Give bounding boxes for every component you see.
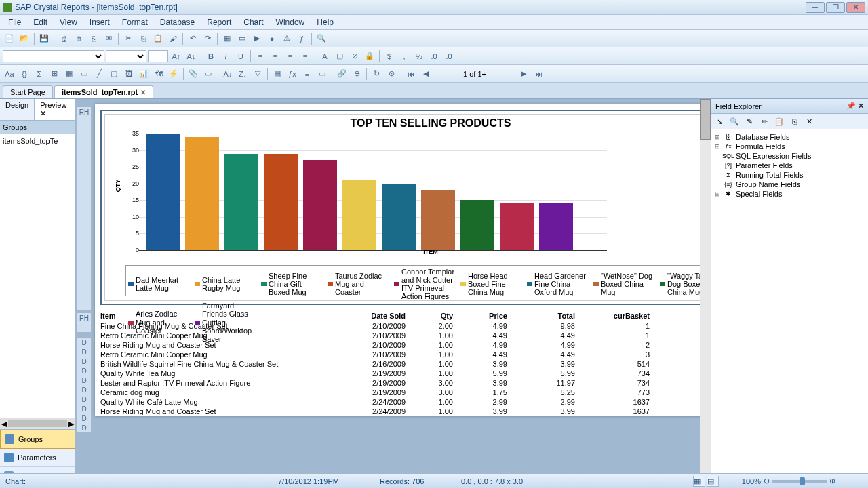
currency-icon[interactable]: $	[382, 49, 396, 63]
underline-icon[interactable]: U	[234, 49, 248, 63]
copy-icon[interactable]: ⎘	[136, 32, 150, 45]
report-canvas[interactable]: RH PH DDDDDDDDDD TOP TEN SELLING PRODUCT…	[76, 99, 711, 485]
olap-grid-icon[interactable]: ▦	[62, 67, 76, 81]
decrease-font-icon[interactable]: A↓	[184, 49, 198, 63]
new-icon[interactable]: 📄	[3, 32, 16, 45]
line-icon[interactable]: ╱	[92, 67, 106, 81]
scroll-left-icon[interactable]: ◀	[1, 420, 7, 428]
font-size-input[interactable]	[148, 50, 168, 62]
menu-file[interactable]: File	[3, 16, 26, 28]
align-center-icon[interactable]: ≡	[269, 49, 282, 63]
view-mode-1-icon[interactable]: ▦	[693, 476, 705, 487]
duplicate-icon[interactable]: ⎘	[787, 115, 801, 127]
refresh-icon[interactable]: ▶	[250, 32, 264, 45]
stop-icon[interactable]: ●	[265, 32, 279, 45]
sort-desc-icon[interactable]: Z↓	[236, 67, 250, 81]
rename-icon[interactable]: 📋	[772, 115, 786, 127]
panel-btn-groups[interactable]: Groups	[0, 430, 75, 449]
percent-icon[interactable]: %	[412, 49, 426, 63]
select-expert-icon[interactable]: ▤	[271, 67, 284, 81]
font-color-icon[interactable]: A	[318, 49, 332, 63]
field-tree-item[interactable]: ⊞ƒxFormula Fields	[714, 142, 865, 151]
formula-icon[interactable]: ƒ	[295, 32, 309, 45]
menu-help[interactable]: Help	[311, 16, 339, 28]
insert-field-icon[interactable]: 📎	[186, 67, 200, 81]
open-icon[interactable]: 📂	[18, 32, 31, 45]
increase-decimals-icon[interactable]: .0	[427, 49, 441, 63]
close-tab-icon[interactable]: ✕	[140, 89, 146, 96]
browse-data-icon[interactable]: 🔍	[728, 115, 741, 127]
thousands-icon[interactable]: ,	[397, 49, 411, 63]
close-panel-icon[interactable]: ✕	[858, 102, 864, 110]
vertical-scrollbar[interactable]	[700, 99, 711, 485]
minimize-button[interactable]: —	[806, 2, 825, 13]
tab-document[interactable]: itemsSold_topTen.rpt✕	[54, 85, 153, 98]
close-button[interactable]: ✕	[846, 2, 865, 13]
field-tree-item[interactable]: ⊞✱Special Fields	[714, 189, 865, 199]
groups-tree[interactable]: itemsSold_topTe	[0, 134, 75, 418]
field-tree-item[interactable]: [?]Parameter Fields	[714, 161, 865, 170]
field-tree-item[interactable]: {≡}Group Name Fields	[714, 180, 865, 189]
field-tree-item[interactable]: ⊞🗄Database Fields	[714, 132, 865, 142]
zoom-slider[interactable]	[772, 480, 827, 483]
menu-view[interactable]: View	[54, 16, 83, 28]
filter-icon[interactable]: ▽	[251, 67, 264, 81]
zoom-out-icon[interactable]: ⊖	[764, 476, 770, 485]
export-icon[interactable]: ⎘	[87, 32, 100, 45]
decrease-decimals-icon[interactable]: .0	[442, 49, 456, 63]
nav-last-icon[interactable]: ⏭	[532, 67, 545, 81]
insert-special-icon[interactable]: ⊕	[350, 67, 363, 81]
nav-first-icon[interactable]: ⏮	[404, 67, 418, 81]
zoom-in-icon[interactable]: ⊕	[829, 476, 835, 485]
cut-icon[interactable]: ✂	[121, 32, 135, 45]
sort-asc-icon[interactable]: A↓	[221, 67, 235, 81]
close-preview-icon[interactable]: ✕	[40, 109, 46, 117]
tab-start-page[interactable]: Start Page	[3, 85, 53, 98]
nav-next-icon[interactable]: ▶	[517, 67, 530, 81]
highlight-icon[interactable]: ≡	[300, 67, 314, 81]
view-mode-2-icon[interactable]: ▤	[707, 476, 719, 487]
stop-load-icon[interactable]: ⊘	[384, 67, 398, 81]
object-selector[interactable]	[3, 50, 104, 62]
pin-icon[interactable]: 📌	[846, 102, 856, 110]
format-painter-icon[interactable]: 🖌	[166, 32, 180, 45]
field-tree[interactable]: ⊞🗄Database Fields⊞ƒxFormula FieldsSQLSQL…	[711, 129, 868, 485]
horizontal-scrollbar[interactable]	[8, 420, 67, 427]
new-field-icon[interactable]: ✎	[743, 115, 756, 127]
box-icon[interactable]: ▢	[107, 67, 121, 81]
increase-font-icon[interactable]: A↑	[170, 49, 183, 63]
field-tree-item[interactable]: ΣRunning Total Fields	[714, 170, 865, 180]
text-object-icon[interactable]: Aa	[3, 67, 16, 81]
subreport-icon[interactable]: ▭	[77, 67, 91, 81]
tree-root-item[interactable]: itemsSold_topTe	[3, 137, 73, 145]
flash-icon[interactable]: ⚡	[167, 67, 180, 81]
group-icon[interactable]: {}	[18, 67, 31, 81]
paste-icon[interactable]: 📋	[151, 32, 165, 45]
group-panel-icon[interactable]: ▦	[220, 32, 234, 45]
chart-object[interactable]: TOP TEN SELLING PRODUCTS QTY 05101520253…	[100, 110, 711, 305]
formula-workshop-icon[interactable]: ƒx	[285, 67, 299, 81]
menu-edit[interactable]: Edit	[28, 16, 53, 28]
picture-icon[interactable]: 🖼	[122, 67, 136, 81]
bold-icon[interactable]: B	[204, 49, 218, 63]
send-icon[interactable]: ✉	[102, 32, 115, 45]
panel-btn-parameters[interactable]: Parameters	[0, 449, 75, 467]
refresh-data-icon[interactable]: ↻	[370, 67, 383, 81]
nav-prev-icon[interactable]: ◀	[419, 67, 433, 81]
find-icon[interactable]: 🔍	[315, 32, 328, 45]
scroll-right-icon[interactable]: ▶	[68, 420, 74, 428]
map-icon[interactable]: 🗺	[152, 67, 165, 81]
menu-format[interactable]: Format	[117, 16, 153, 28]
alert-icon[interactable]: ⚠	[280, 32, 294, 45]
maximize-button[interactable]: ❐	[826, 2, 845, 13]
align-left-icon[interactable]: ≡	[254, 49, 267, 63]
save-icon[interactable]: 💾	[37, 32, 51, 45]
subtab-preview[interactable]: Preview ✕	[35, 99, 75, 120]
border-icon[interactable]: ▢	[333, 49, 347, 63]
menu-chart[interactable]: Chart	[238, 16, 269, 28]
undo-icon[interactable]: ↶	[186, 32, 199, 45]
lock-format-icon[interactable]: 🔒	[363, 49, 376, 63]
insert-to-report-icon[interactable]: ↘	[713, 115, 726, 127]
menu-insert[interactable]: Insert	[84, 16, 115, 28]
menu-window[interactable]: Window	[271, 16, 311, 28]
